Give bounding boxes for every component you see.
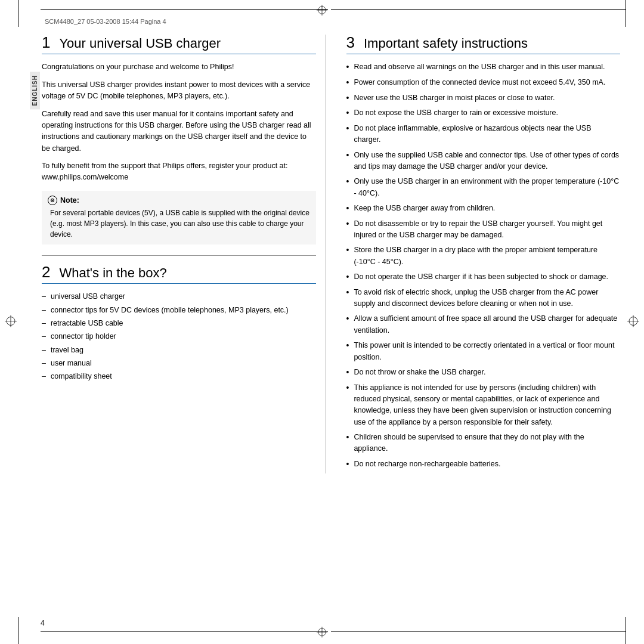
bullet-text: Do not recharge non-rechargeable batteri… (354, 459, 620, 470)
note-label: ⊜ Note: (48, 196, 310, 205)
section-2-header: 2 What's in the box? (42, 264, 316, 284)
list-item-text: connector tips for 5V DC devices (mobile… (51, 305, 289, 316)
bullet-dot: • (346, 218, 349, 230)
bullet-dot: • (346, 271, 349, 283)
bullet-item: •Allow a sufficient amount of free space… (346, 313, 621, 336)
list-item-text: connector tip holder (51, 331, 116, 342)
bullet-item: •Do not throw or shake the USB charger. (346, 367, 621, 379)
list-dash: – (42, 291, 46, 302)
section-2-list: –universal USB charger–connector tips fo… (42, 291, 316, 383)
note-text: For several portable devices (5V), a USB… (48, 208, 310, 240)
section-3-title: Important safety instructions (364, 36, 528, 51)
list-item: –retractable USB cable (42, 318, 316, 329)
right-cross-mark (627, 315, 639, 329)
bullet-text: Children should be supervised to ensure … (354, 432, 620, 455)
bullet-text: Do not place inflammable, explosive or h… (354, 123, 620, 146)
section-1-para-4: To fully benefit from the support that P… (42, 160, 316, 184)
bullet-dot: • (346, 244, 349, 256)
bullet-text: Do not throw or shake the USB charger. (354, 367, 620, 378)
section-3-header: 3 Important safety instructions (346, 35, 621, 54)
bullet-item: •Children should be supervised to ensure… (346, 432, 621, 455)
bullet-dot: • (346, 176, 349, 188)
bullet-item: •Do not place inflammable, explosive or … (346, 123, 621, 146)
right-vert-top (626, 0, 626, 27)
list-dash: – (42, 358, 46, 369)
bullet-text: Do not operate the USB charger if it has… (354, 271, 620, 283)
bullet-dot: • (346, 92, 349, 104)
section-3: 3 Important safety instructions •Read an… (346, 35, 621, 470)
section-1: 1 Your universal USB charger Congratulat… (42, 35, 316, 244)
note-icon: ⊜ (48, 196, 57, 205)
bullet-text: Only use the USB charger in an environme… (354, 176, 620, 199)
list-item-text: compatibility sheet (51, 371, 112, 382)
list-item: –compatibility sheet (42, 371, 316, 382)
bullet-item: •Store the USB charger in a dry place wi… (346, 244, 621, 268)
top-line-right (331, 9, 626, 10)
list-item: –user manual (42, 358, 316, 369)
bullet-item: •This appliance is not intended for use … (346, 382, 621, 429)
bullet-text: This appliance is not intended for use b… (354, 382, 620, 429)
left-cross-mark (5, 315, 17, 329)
bottom-line-right (331, 631, 626, 632)
main-content: 1 Your universal USB charger Congratulat… (42, 35, 620, 473)
bullet-item: •Never use the USB charger in moist plac… (346, 92, 621, 104)
section-1-number: 1 (42, 35, 50, 50)
note-title: Note: (60, 196, 79, 205)
safety-bullets: •Read and observe all warnings on the US… (346, 61, 621, 470)
note-box: ⊜ Note: For several portable devices (5V… (42, 191, 316, 244)
page-container: SCM4480_27 05-03-2008 15:44 Pagina 4 ENG… (0, 0, 644, 644)
list-item-text: user manual (51, 358, 92, 369)
section-2-number: 2 (42, 264, 50, 280)
list-item-text: retractable USB cable (51, 318, 123, 329)
bullet-text: Power consumption of the connected devic… (354, 77, 620, 88)
bullet-dot: • (346, 287, 349, 299)
list-dash: – (42, 345, 46, 356)
bullet-dot: • (346, 382, 349, 394)
bullet-item: •Only use the USB charger in an environm… (346, 176, 621, 199)
bullet-dot: • (346, 459, 349, 470)
center-cross-top (317, 5, 327, 17)
section-2-title: What's in the box? (59, 265, 166, 281)
list-dash: – (42, 318, 46, 329)
bullet-dot: • (346, 203, 349, 215)
bullet-item: •This power unit is intended to be corre… (346, 340, 621, 363)
bullet-dot: • (346, 367, 349, 379)
bullet-text: Allow a sufficient amount of free space … (354, 313, 620, 336)
bullet-item: •Do not operate the USB charger if it ha… (346, 271, 621, 283)
list-item-text: universal USB charger (51, 291, 125, 302)
language-sidebar: ENGLISH (30, 72, 40, 109)
bullet-item: •Do not expose the USB charger to rain o… (346, 107, 621, 119)
section-1-para-2: This universal USB charger provides inst… (42, 79, 316, 103)
bullet-item: •Do not disassemble or try to repair the… (346, 218, 621, 242)
section-1-header: 1 Your universal USB charger (42, 35, 316, 54)
list-dash: – (42, 305, 46, 316)
bullet-item: •Read and observe all warnings on the US… (346, 61, 621, 73)
center-cross-bottom (317, 627, 327, 639)
bullet-text: This power unit is intended to be correc… (354, 340, 620, 363)
list-item-text: travel bag (51, 345, 83, 356)
bullet-text: Keep the USB charger away from children. (354, 203, 620, 214)
bullet-dot: • (346, 150, 349, 162)
section-divider (42, 255, 316, 256)
bullet-item: •To avoid risk of electric shock, unplug… (346, 287, 621, 310)
left-vert-top (18, 0, 18, 27)
document-header: SCM4480_27 05-03-2008 15:44 Pagina 4 (45, 18, 620, 29)
bullet-dot: • (346, 77, 349, 89)
list-item: –connector tips for 5V DC devices (mobil… (42, 305, 316, 316)
bullet-dot: • (346, 313, 349, 325)
bottom-line-left (41, 631, 328, 632)
bullet-item: •Keep the USB charger away from children… (346, 203, 621, 215)
bullet-text: Store the USB charger in a dry place wit… (354, 244, 620, 268)
bullet-text: Do not expose the USB charger to rain or… (354, 107, 620, 119)
bullet-dot: • (346, 61, 349, 73)
left-column: 1 Your universal USB charger Congratulat… (42, 35, 326, 473)
list-dash: – (42, 331, 46, 342)
bullet-text: Read and observe all warnings on the USB… (354, 61, 620, 73)
right-vert-bottom (626, 617, 626, 644)
bullet-dot: • (346, 340, 349, 352)
list-item: –universal USB charger (42, 291, 316, 302)
bullet-text: To avoid risk of electric shock, unplug … (354, 287, 620, 310)
bullet-dot: • (346, 123, 349, 135)
bullet-item: •Only use the supplied USB cable and con… (346, 150, 621, 173)
list-item: –travel bag (42, 345, 316, 356)
